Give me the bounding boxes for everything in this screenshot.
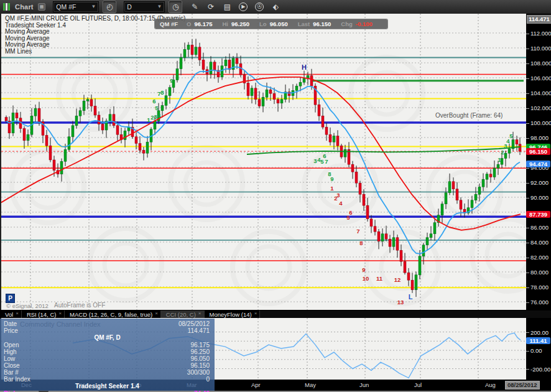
quote-overlay[interactable]: QM #F O96.175Hi96.250Lo96.050Last96.150C… [155,19,387,29]
svg-text:4: 4 [339,200,343,207]
svg-text:5: 5 [155,105,159,111]
close-icon[interactable]: × [254,310,257,316]
panel-row-label: Low [4,355,15,362]
date-label: Aug [485,381,496,388]
price-tick: 80.000 [526,269,551,276]
close-icon[interactable]: × [155,310,158,316]
date-label: Jun [359,381,369,388]
cursor-date-box: 08/25/2012 [505,381,540,390]
panel-row-value: 96.250 [190,348,210,355]
panel-row: Price114.471 [4,327,210,334]
svg-text:12: 12 [394,276,401,283]
price-flag: 94.474 [526,161,550,167]
panel-row-value: 114.471 [188,327,210,334]
price-tick: 82.000 [526,254,551,261]
quote-field-label: O [187,21,191,27]
price-tick: 106.000 [526,75,551,82]
candlestick-chart[interactable]: HL12345678934567891234567891011121312345… [1,14,527,310]
svg-text:3: 3 [313,157,317,164]
reload-button[interactable]: ⟳ [205,1,217,12]
panel-row: Bar Index0 [4,376,210,383]
price-tick: 76.000 [526,299,551,306]
tab-label: RSI (14, C) [27,311,57,318]
symbol-lookup-button[interactable]: ◴ [103,1,116,13]
close-icon[interactable]: × [198,310,201,316]
quote-field-label: Last [298,21,310,27]
autoframe-status: AutoFrame is OFF [54,302,105,309]
tab-label: CCI (20, C) [166,311,196,318]
chart-window-badge[interactable]: ▦ [38,3,46,11]
price-tick: 108.000 [526,60,551,67]
link-tool-button[interactable]: ⬖ [269,1,282,12]
interval-clock-button[interactable]: ◷ [169,1,182,13]
svg-text:6: 6 [152,98,155,105]
price-tick: 98.000 [526,134,551,141]
panel-row-value: 96.050 [190,355,210,362]
svg-text:13: 13 [397,299,404,306]
pencil-button[interactable]: ✎ [188,1,201,12]
cursor-price-box: 114.471 [527,15,551,24]
svg-text:1: 1 [498,156,501,163]
price-tick: 112.000 [526,30,551,37]
svg-text:9: 9 [330,175,333,182]
price-tick: 104.000 [526,90,551,96]
close-icon[interactable]: × [58,310,62,316]
price-tick: 100.000 [526,119,551,126]
auto-circle-button[interactable]: Ⓐ [253,1,266,12]
panel-row-value: 96.175 [190,342,210,348]
svg-text:4: 4 [157,112,161,119]
svg-text:9: 9 [170,77,173,84]
quote-field-label: Lo [259,21,267,27]
quote-field-value: 96.050 [270,21,288,27]
panel-row: Close96.150 [4,362,210,369]
tab-label: Vol [5,311,13,318]
quote-board-icon: ▤ [224,2,231,11]
quote-symbol: QM #F [160,21,178,27]
panel-row-label: Open [4,342,19,348]
quote-board-button[interactable]: ▤ [221,1,233,12]
legend-item-4[interactable]: MM Lines [5,49,185,55]
pointer-tool-badge[interactable]: P [6,294,15,303]
copyright-text: © eSignal, 2012 [6,302,49,309]
legend-item-1[interactable]: Moving Average [5,29,185,35]
close-icon[interactable]: × [16,310,19,316]
panel-row-value: 08/25/2012 [178,320,210,327]
panel-row-label: Date [4,320,17,327]
svg-text:L: L [409,293,413,301]
price-tick: 84.000 [526,239,551,246]
tab-label: MoneyFlow (14) [210,311,252,318]
symbol-value: QM #F [56,2,76,12]
symbol-combo[interactable]: QM #F ▼ [53,1,99,12]
play-circle-button[interactable]: ▶ [237,1,249,12]
data-panel: Date08/25/2012Price114.471QM #F, DOpen96… [0,319,215,391]
svg-text:H: H [302,63,307,71]
panel-symbol-header: QM #F, D [0,334,215,341]
cci-tick: 200.00 [526,329,551,336]
svg-text:8: 8 [160,89,164,96]
quote-field-label: Hi [222,21,228,27]
date-label: Apr [251,381,261,388]
price-tick: 86.000 [526,224,551,231]
panel-row-label: Close [4,362,20,369]
legend-item-3[interactable]: Moving Average [5,42,185,49]
interval-value: D [127,2,132,12]
quote-field-value: -0.100 [356,21,373,27]
panel-row: Bar #300/300 [4,369,210,376]
price-tick: 102.000 [526,105,551,111]
link-tool-icon: ⬖ [273,2,279,11]
quote-field-value: 96.250 [231,21,249,27]
main-chart-pane[interactable]: HL12345678934567891234567891011121312345… [0,14,527,310]
panel-row-label: Price [4,327,18,334]
chevron-down-icon: ▼ [91,2,96,12]
interval-combo[interactable]: D ▼ [124,1,165,12]
svg-text:2: 2 [501,149,504,156]
panel-row-label: High [4,348,17,355]
price-axis[interactable]: 114.471 112.000110.000108.000106.000104.… [526,14,551,310]
window-icon [3,3,10,11]
chevron-down-icon: ▼ [157,2,162,12]
price-flag: 96.150 [526,148,550,155]
reload-icon: ⟳ [208,2,214,11]
toolbar: Chart ▦ QM #F ▼ ◴ D ▼ ◷ ✎⟳▤▶Ⓐ⬖ [0,0,551,14]
svg-text:1: 1 [330,185,334,192]
cci-axis[interactable]: 200.000.00-200.00111.41 [526,318,551,380]
